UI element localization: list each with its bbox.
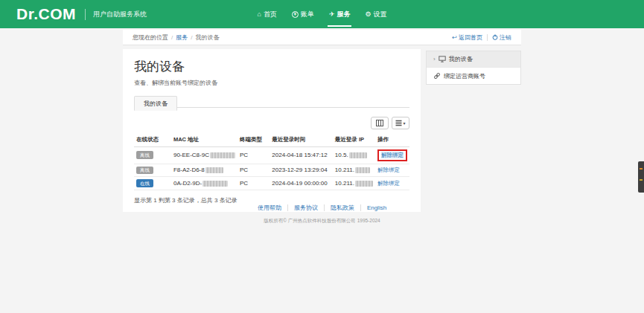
- redacted-mac: [203, 181, 228, 187]
- status-badge: 在线: [136, 179, 153, 187]
- chevron-down-icon: ▾: [403, 121, 405, 126]
- table-header-row: 在线状态 MAC 地址 终端类型 最近登录时间 最近登录 IP 操作: [134, 133, 409, 147]
- return-icon: ↩: [452, 34, 457, 41]
- col-header-last-login-time: 最近登录时间: [270, 133, 333, 147]
- page-subtitle: 查看、解绑当前账号绑定的设备: [134, 79, 409, 87]
- terminal-type: PC: [240, 180, 248, 187]
- col-header-terminal-type: 终端类型: [237, 133, 270, 147]
- chevron-right-icon: ›: [433, 56, 436, 62]
- breadcrumb-bar: 您现在的位置 / 服务 / 我的设备 ↩ 返回首页 注销: [123, 30, 521, 45]
- main-nav: ⌂ 首页 ¥ 账单 ✈ 服务 ⚙ 设置: [255, 0, 388, 28]
- last-login-time: 2024-04-19 00:00:00: [272, 180, 327, 187]
- nav-item-home[interactable]: ⌂ 首页: [255, 0, 278, 28]
- divider: [360, 204, 361, 211]
- divider: [324, 204, 325, 211]
- page-title: 我的设备: [134, 58, 409, 75]
- redacted-mac: [210, 152, 235, 158]
- breadcrumb-prefix: 您现在的位置: [133, 33, 168, 42]
- brand[interactable]: Dr.COM 用户自助服务系统: [0, 5, 147, 23]
- return-home-link[interactable]: ↩ 返回首页: [452, 33, 482, 42]
- sidebar-item-label: 绑定运营商账号: [444, 72, 485, 80]
- monitor-icon: [439, 56, 446, 62]
- nav-item-services[interactable]: ✈ 服务: [328, 0, 352, 28]
- my-devices-panel: 我的设备 查看、解绑当前账号绑定的设备 我的设备 ▾: [123, 49, 421, 212]
- breadcrumb-actions: ↩ 返回首页 注销: [452, 33, 511, 42]
- col-header-mac: MAC 地址: [171, 133, 237, 147]
- breadcrumb-link-services[interactable]: 服务: [176, 33, 188, 42]
- sidebar-item-bind-operator-account[interactable]: 绑定运营商账号: [427, 68, 520, 84]
- settings-icon: ⚙: [365, 11, 371, 18]
- status-badge: 离线: [136, 151, 153, 159]
- table-toolbar: ▾: [134, 117, 409, 129]
- home-icon: ⌂: [257, 11, 261, 18]
- link-icon: [433, 72, 441, 80]
- mac-address: 0A-D2-9D-: [173, 180, 202, 187]
- power-icon: [492, 34, 498, 40]
- nav-label: 首页: [264, 10, 277, 19]
- status-badge: 离线: [136, 167, 153, 175]
- columns-button[interactable]: ▾: [392, 117, 409, 129]
- logout-link[interactable]: 注销: [492, 33, 511, 42]
- return-home-label: 返回首页: [459, 33, 482, 42]
- footer-link-english[interactable]: English: [367, 204, 386, 211]
- last-login-time: 2023-12-29 13:29:04: [272, 167, 327, 173]
- nav-item-bills[interactable]: ¥ 账单: [290, 0, 316, 28]
- nav-label: 账单: [301, 10, 314, 19]
- breadcrumb-current: 我的设备: [195, 33, 219, 42]
- footer-links: 使用帮助 服务协议 隐私政策 English: [123, 204, 521, 212]
- redacted-ip: [355, 181, 373, 187]
- footer-link-privacy-policy[interactable]: 隐私政策: [331, 204, 354, 212]
- mac-address: F8-A2-D6-8: [173, 167, 205, 173]
- columns-icon: [395, 120, 402, 126]
- divider: [287, 204, 288, 211]
- sidebar-item-my-devices[interactable]: › 我的设备: [427, 51, 520, 68]
- nav-label: 服务: [337, 10, 350, 19]
- terminal-type: PC: [240, 167, 248, 173]
- col-header-operation: 操作: [375, 133, 409, 147]
- col-header-online-status: 在线状态: [134, 133, 171, 147]
- breadcrumb-separator: /: [191, 34, 192, 41]
- nav-item-settings[interactable]: ⚙ 设置: [363, 0, 388, 28]
- terminal-type: PC: [240, 152, 248, 158]
- tab-bar: 我的设备: [134, 94, 409, 108]
- last-login-ip: 10.211.: [335, 167, 354, 173]
- toggle-view-icon: [376, 120, 383, 126]
- mac-address: 90-EE-C8-9C: [173, 152, 209, 158]
- table-row: 离线 90-EE-C8-9C PC 2024-04-18 15:47:12 10…: [134, 147, 409, 164]
- toggle-view-button[interactable]: [371, 117, 389, 129]
- footer-link-help[interactable]: 使用帮助: [258, 204, 281, 212]
- redacted-mac: [205, 167, 223, 173]
- footer: 使用帮助 服务协议 隐私政策 English 版权所有© 广州热点软件科技股份有…: [123, 204, 521, 225]
- breadcrumb-separator: /: [171, 34, 173, 41]
- dr-com-self-service-page: Dr.COM 用户自助服务系统 ⌂ 首页 ¥ 账单 ✈ 服务 ⚙ 设置: [0, 0, 644, 313]
- dr-com-logo[interactable]: Dr.COM: [16, 5, 76, 23]
- copyright-text: 版权所有© 广州热点软件科技股份有限公司 1995-2024: [123, 218, 521, 225]
- table-row: 离线 F8-A2-D6-8 PC 2023-12-29 13:29:04 10.…: [134, 164, 409, 177]
- redacted-ip: [355, 167, 370, 173]
- table-row: 在线 0A-D2-9D- PC 2024-04-19 00:00:00 10.2…: [134, 177, 409, 190]
- last-login-time: 2024-04-18 15:47:12: [272, 152, 327, 158]
- nav-label: 设置: [374, 10, 387, 19]
- logout-label: 注销: [500, 33, 511, 42]
- divider: [487, 34, 488, 41]
- brand-divider: [85, 9, 86, 20]
- service-icon: ✈: [329, 11, 335, 18]
- col-header-last-login-ip: 最近登录 IP: [333, 133, 375, 147]
- devices-table: 在线状态 MAC 地址 终端类型 最近登录时间 最近登录 IP 操作 离线 90…: [134, 133, 409, 190]
- breadcrumb: 您现在的位置 / 服务 / 我的设备: [133, 33, 219, 42]
- unbind-link[interactable]: 解除绑定: [377, 180, 400, 187]
- tab-my-devices[interactable]: 我的设备: [134, 96, 177, 111]
- unbind-link[interactable]: 解除绑定: [377, 167, 400, 173]
- sidebar-item-label: 我的设备: [449, 55, 473, 63]
- system-name: 用户自助服务系统: [93, 10, 147, 19]
- unbind-link[interactable]: 解除绑定: [381, 152, 404, 158]
- redacted-ip: [349, 152, 367, 158]
- top-bar: Dr.COM 用户自助服务系统 ⌂ 首页 ¥ 账单 ✈ 服务 ⚙ 设置: [0, 0, 644, 28]
- edge-widget[interactable]: [638, 161, 644, 193]
- service-sidebar: › 我的设备 绑定运营商账号: [426, 51, 521, 85]
- footer-link-service-agreement[interactable]: 服务协议: [294, 204, 318, 212]
- bill-icon: ¥: [292, 11, 299, 18]
- last-login-ip: 10.211.: [335, 180, 354, 187]
- last-login-ip: 10.5.: [335, 152, 348, 158]
- red-annotation-box: 解除绑定: [377, 149, 407, 161]
